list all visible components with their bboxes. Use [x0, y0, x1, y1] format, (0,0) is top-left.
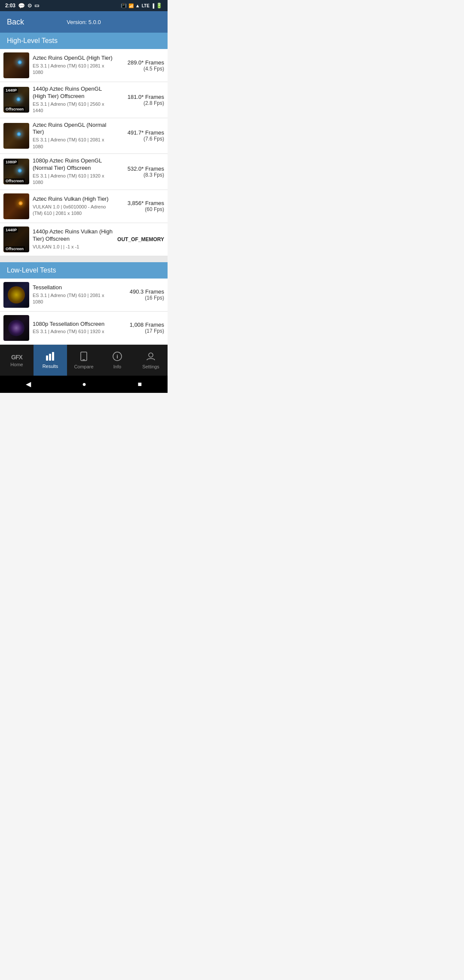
status-bar-left: 2:03 💬 ⊙ ▭	[5, 3, 39, 9]
test-info: 1080p Aztec Ruins OpenGL (Normal Tier) O…	[29, 157, 119, 186]
test-result: 181.0* Frames (2.8 Fps)	[119, 94, 164, 106]
result-fps: (7.6 Fps)	[119, 136, 164, 142]
svg-rect-1	[49, 354, 51, 361]
back-system-button[interactable]: ◀	[26, 380, 31, 388]
battery-icon: 🔋	[156, 3, 162, 9]
test-info: 1080p Tessellation Offscreen ES 3.1 | Ad…	[29, 321, 119, 335]
test-result: 490.3 Frames (16 Fps)	[119, 288, 164, 301]
tablet-icon: ▭	[34, 3, 39, 9]
test-result: 1,008 Frames (17 Fps)	[119, 322, 164, 334]
thumb-aztec-vulkan	[3, 193, 29, 219]
test-sub: ES 3.1 | Adreno (TM) 610 | 1920 x	[33, 328, 116, 335]
nav-label-settings: Settings	[142, 364, 159, 369]
nav-label-info: Info	[113, 364, 121, 369]
result-frames: 532.0* Frames	[119, 165, 164, 172]
list-item[interactable]: 1440P Offscreen 1440p Aztec Ruins Vulkan…	[0, 223, 168, 256]
thumb-aztec-1440: 1440P Offscreen	[3, 87, 29, 113]
recent-system-button[interactable]: ■	[138, 380, 142, 388]
nav-item-settings[interactable]: Settings	[134, 345, 168, 376]
status-bar-right: 📳 📶 ▲ LTE ▐ 🔋	[121, 3, 162, 9]
badge-offscreen: Offscreen	[4, 178, 25, 184]
nav-item-info[interactable]: i Info	[101, 345, 134, 376]
info-circle-icon: i	[113, 352, 122, 362]
badge-1440p: 1440P	[4, 227, 18, 233]
result-frames: 289.0* Frames	[119, 59, 164, 66]
result-frames: 490.3 Frames	[119, 288, 164, 295]
result-fps: (16 Fps)	[119, 295, 164, 301]
svg-point-7	[149, 353, 153, 357]
badge-offscreen: Offscreen	[4, 246, 25, 251]
test-result: 491.7* Frames (7.6 Fps)	[119, 129, 164, 142]
section-header-high: High-Level Tests	[0, 33, 168, 49]
whatsapp-icon: 💬	[18, 3, 25, 9]
result-frames: 491.7* Frames	[119, 129, 164, 136]
thumb-tess-1080	[3, 315, 29, 341]
result-fps: (8.3 Fps)	[119, 172, 164, 178]
result-frames: 3,856* Frames	[119, 200, 164, 206]
list-item[interactable]: 1440P Offscreen 1440p Aztec Ruins OpenGL…	[0, 82, 168, 118]
test-info: 1440p Aztec Ruins Vulkan (High Tier) Off…	[29, 228, 117, 250]
list-item[interactable]: Aztec Ruins OpenGL (High Tier) ES 3.1 | …	[0, 49, 168, 82]
thumb-aztec-high	[3, 52, 29, 78]
test-info: Tessellation ES 3.1 | Adreno (TM) 610 | …	[29, 284, 119, 306]
list-item[interactable]: Aztec Ruins Vulkan (High Tier) VULKAN 1.…	[0, 190, 168, 223]
system-nav: ◀ ● ■	[0, 376, 168, 393]
test-result: 532.0* Frames (8.3 Fps)	[119, 165, 164, 178]
section-header-low: Low-Level Tests	[0, 262, 168, 279]
bottom-nav: GFX Home Results Compare i	[0, 345, 168, 376]
bar-chart-icon	[46, 352, 55, 362]
list-item[interactable]: Aztec Ruins OpenGL (Normal Tier) ES 3.1 …	[0, 118, 168, 154]
test-name: Tessellation	[33, 284, 116, 291]
signal-icon: ▐	[151, 3, 154, 8]
list-item[interactable]: 1080P Offscreen 1080p Aztec Ruins OpenGL…	[0, 154, 168, 190]
test-info: 1440p Aztec Ruins OpenGL (High Tier) Off…	[29, 86, 119, 114]
nav-label-home: Home	[10, 362, 23, 367]
wifi-icon: ▲	[135, 3, 140, 8]
svg-rect-4	[82, 359, 85, 360]
list-item[interactable]: Tessellation ES 3.1 | Adreno (TM) 610 | …	[0, 279, 168, 312]
version-label: Version: 5.0.0	[67, 19, 101, 25]
result-oom: OUT_OF_MEMORY	[117, 236, 164, 242]
result-fps: (4.5 Fps)	[119, 66, 164, 72]
status-bar: 2:03 💬 ⊙ ▭ 📳 📶 ▲ LTE ▐ 🔋	[0, 0, 168, 11]
smartphone-icon	[80, 352, 88, 362]
test-sub: VULKAN 1.0 | | -1 x -1	[33, 244, 114, 250]
test-name: Aztec Ruins OpenGL (High Tier)	[33, 55, 116, 62]
test-info: Aztec Ruins OpenGL (High Tier) ES 3.1 | …	[29, 55, 119, 76]
test-name: 1440p Aztec Ruins Vulkan (High Tier) Off…	[33, 228, 114, 243]
svg-rect-2	[52, 352, 54, 361]
test-result: 289.0* Frames (4.5 Fps)	[119, 59, 164, 72]
lte-label: LTE	[142, 3, 150, 8]
svg-text:i: i	[116, 353, 118, 360]
test-sub: ES 3.1 | Adreno (TM) 610 | 2081 x 1080	[33, 292, 116, 306]
test-name: Aztec Ruins Vulkan (High Tier)	[33, 196, 116, 203]
test-sub: ES 3.1 | Adreno (TM) 610 | 2081 x 1080	[33, 137, 116, 150]
result-fps: (2.8 Fps)	[119, 100, 164, 106]
list-item[interactable]: 1080p Tessellation Offscreen ES 3.1 | Ad…	[0, 312, 168, 345]
test-sub: ES 3.1 | Adreno (TM) 610 | 2560 x 1440	[33, 101, 116, 114]
thumb-aztec-1440v: 1440P Offscreen	[3, 227, 29, 252]
result-frames: 1,008 Frames	[119, 322, 164, 328]
test-name: 1440p Aztec Ruins OpenGL (High Tier) Off…	[33, 86, 116, 100]
gfx-icon: GFX	[11, 354, 22, 360]
nav-item-compare[interactable]: Compare	[67, 345, 101, 376]
test-result: OUT_OF_MEMORY	[117, 236, 164, 242]
test-info: Aztec Ruins Vulkan (High Tier) VULKAN 1.…	[29, 196, 119, 217]
badge-1080p: 1080P	[4, 159, 18, 165]
nav-label-compare: Compare	[74, 364, 93, 369]
test-sub: VULKAN 1.0 | 0x6010000 - Adreno (TM) 610…	[33, 204, 116, 217]
home-system-button[interactable]: ●	[82, 380, 86, 388]
lte-phone-icon: 📶	[128, 3, 134, 8]
nav-label-results: Results	[43, 364, 58, 369]
back-button[interactable]: Back	[7, 18, 24, 27]
test-info: Aztec Ruins OpenGL (Normal Tier) ES 3.1 …	[29, 122, 119, 150]
result-frames: 181.0* Frames	[119, 94, 164, 100]
thumb-aztec-1080: 1080P Offscreen	[3, 159, 29, 184]
nav-item-home[interactable]: GFX Home	[0, 345, 34, 376]
nav-item-results[interactable]: Results	[34, 345, 67, 376]
test-sub: ES 3.1 | Adreno (TM) 610 | 1920 x 1080	[33, 173, 116, 186]
thumb-tessellation	[3, 282, 29, 308]
time-label: 2:03	[5, 3, 15, 9]
vibrate-icon: 📳	[121, 3, 127, 9]
person-icon	[146, 352, 156, 362]
